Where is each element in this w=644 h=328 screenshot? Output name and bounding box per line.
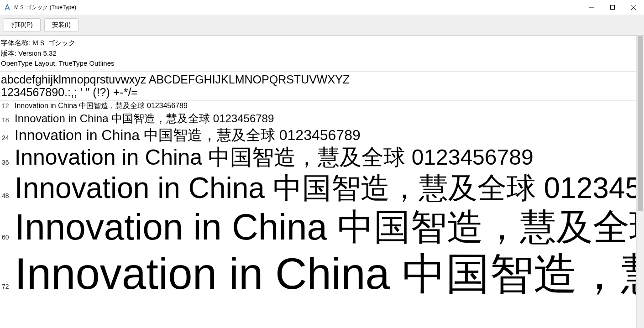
sample-size-label: 18 <box>1 116 15 124</box>
sample-text: Innovation in China 中国智造，慧及全球 0123456789 <box>15 111 274 126</box>
version-label: 版本: <box>1 49 16 57</box>
toolbar: 打印(P) 安装(I) <box>0 15 644 36</box>
sample-size-label: 72 <box>1 283 15 290</box>
font-name-line: 字体名称: ＭＳ ゴシック <box>1 38 635 48</box>
charset-section: abcdefghijklmnopqrstuvwxyz ABCDEFGHIJKLM… <box>0 72 636 99</box>
font-meta: 字体名称: ＭＳ ゴシック 版本: Version 5.32 OpenType … <box>0 36 636 71</box>
version-value: Version 5.32 <box>18 49 56 57</box>
font-name-value: ＭＳ ゴシック <box>32 39 75 47</box>
install-button[interactable]: 安装(I) <box>44 18 79 32</box>
sample-row-36: 36 Innovation in China 中国智造，慧及全球 0123456… <box>1 144 636 171</box>
sample-text: Innovation in China 中国智造，慧及全球 0123456789 <box>15 249 636 299</box>
window-title: ＭＳ ゴシック (TrueType) <box>14 4 76 11</box>
version-line: 版本: Version 5.32 <box>1 48 635 59</box>
sample-size-label: 48 <box>1 192 15 199</box>
sample-text: Innovation in China 中国智造，慧及全球 0123456789 <box>15 171 636 206</box>
sample-text: Innovation in China 中国智造，慧及全球 0123456789 <box>15 206 636 249</box>
sample-size-label: 36 <box>1 159 15 166</box>
maximize-button[interactable] <box>602 0 623 15</box>
scrollbar-thumb[interactable] <box>638 36 643 211</box>
sample-size-label: 12 <box>1 102 15 109</box>
titlebar-left: ＭＳ ゴシック (TrueType) <box>4 4 76 11</box>
print-button[interactable]: 打印(P) <box>4 18 41 32</box>
sample-text: Innovation in China 中国智造，慧及全球 0123456789 <box>15 100 188 111</box>
minimize-button[interactable] <box>581 0 602 15</box>
svg-rect-1 <box>611 5 615 10</box>
sample-row-18: 18 Innovation in China 中国智造，慧及全球 0123456… <box>1 111 636 126</box>
vertical-scrollbar[interactable] <box>636 36 644 328</box>
alpha-line: abcdefghijklmnopqrstuvwxyz ABCDEFGHIJKLM… <box>1 73 635 86</box>
symbols-line: 1234567890.:,; ' " (!?) +-*/= <box>1 86 635 99</box>
content: 字体名称: ＭＳ ゴシック 版本: Version 5.32 OpenType … <box>0 36 636 328</box>
sample-text: Innovation in China 中国智造，慧及全球 0123456789 <box>15 126 361 144</box>
sample-row-60: 60 Innovation in China 中国智造，慧及全球 0123456… <box>1 206 636 249</box>
content-wrapper: 字体名称: ＭＳ ゴシック 版本: Version 5.32 OpenType … <box>0 36 644 328</box>
close-button[interactable] <box>623 0 644 15</box>
samples-section: 12 Innovation in China 中国智造，慧及全球 0123456… <box>0 100 636 299</box>
sample-row-48: 48 Innovation in China 中国智造，慧及全球 0123456… <box>1 171 636 206</box>
titlebar: ＭＳ ゴシック (TrueType) <box>0 0 644 15</box>
sample-row-72: 72 Innovation in China 中国智造，慧及全球 0123456… <box>1 249 636 299</box>
app-icon <box>4 4 11 11</box>
window-controls <box>581 0 644 15</box>
sample-row-24: 24 Innovation in China 中国智造，慧及全球 0123456… <box>1 126 636 144</box>
sample-size-label: 60 <box>1 234 15 241</box>
tech-line: OpenType Layout, TrueType Outlines <box>1 58 635 69</box>
font-name-label: 字体名称: <box>1 39 30 47</box>
sample-text: Innovation in China 中国智造，慧及全球 0123456789 <box>15 144 534 171</box>
sample-size-label: 24 <box>1 134 15 141</box>
sample-row-12: 12 Innovation in China 中国智造，慧及全球 0123456… <box>1 100 636 111</box>
